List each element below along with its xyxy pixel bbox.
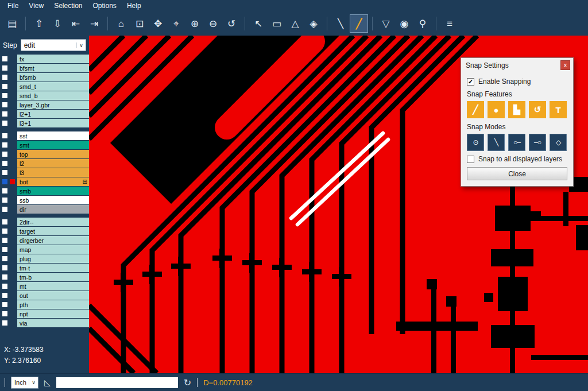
- report-list-icon[interactable]: ≡: [441, 15, 458, 32]
- line-tool-icon[interactable]: ╲: [332, 15, 349, 32]
- layer-label[interactable]: sst: [17, 131, 89, 140]
- import-down-icon[interactable]: ⇩: [49, 15, 66, 32]
- layer-visibility-checkbox[interactable]: [2, 247, 7, 252]
- layer-label[interactable]: out: [17, 291, 89, 300]
- select-pointer-icon[interactable]: ↖: [250, 15, 267, 32]
- snap-arc-button[interactable]: ↺: [529, 101, 546, 118]
- menu-selection[interactable]: Selection: [49, 1, 87, 11]
- layer-label[interactable]: ssb: [17, 196, 89, 204]
- snap-end-right-button[interactable]: –○: [529, 134, 546, 151]
- layer-visibility-checkbox[interactable]: [2, 311, 7, 316]
- menu-file[interactable]: File: [2, 1, 24, 11]
- layer-visibility-checkbox[interactable]: [2, 133, 7, 138]
- snap-dialog-titlebar[interactable]: Snap Settings x: [461, 58, 573, 72]
- layer-label[interactable]: smd_b: [17, 91, 89, 100]
- layer-row-l3[interactable]: l3: [0, 168, 89, 177]
- layer-row-smd_t[interactable]: smd_t: [0, 82, 89, 91]
- layer-label[interactable]: smd_t: [17, 82, 89, 91]
- chevron-down-icon[interactable]: ∨: [29, 380, 38, 385]
- layer-visibility-checkbox[interactable]: [2, 161, 7, 166]
- close-icon[interactable]: x: [560, 60, 570, 70]
- zoom-window-icon[interactable]: ⊡: [131, 15, 148, 32]
- layer-row-out[interactable]: out: [0, 291, 89, 300]
- layer-visibility-checkbox[interactable]: [2, 111, 7, 117]
- export-right-icon[interactable]: ⇥: [86, 15, 103, 32]
- snap-end-left-button[interactable]: ○–: [508, 134, 525, 151]
- layer-label[interactable]: 2dir--: [17, 218, 89, 226]
- snap-vertex-button[interactable]: ◇: [550, 134, 567, 151]
- layer-row-fx[interactable]: fx: [0, 55, 89, 63]
- snap-surface-button[interactable]: ▙: [508, 101, 525, 118]
- enable-snapping-row[interactable]: ✓ Enable Snapping: [467, 78, 567, 86]
- layer-label[interactable]: dir: [17, 205, 89, 214]
- layer-visibility-checkbox[interactable]: [2, 198, 7, 203]
- unit-select[interactable]: Inch ∨: [11, 377, 38, 389]
- display-options-icon[interactable]: ◉: [396, 15, 413, 32]
- layer-row-layer_3.gbr[interactable]: layer_3.gbr: [0, 100, 89, 109]
- pan-hand-icon[interactable]: ✥: [149, 15, 167, 32]
- chevron-down-icon[interactable]: ∨: [76, 42, 86, 48]
- snap-pad-button[interactable]: ●: [488, 101, 505, 118]
- layer-row-l2+1[interactable]: l2+1: [0, 110, 89, 118]
- snap-center-button[interactable]: ⊙: [467, 134, 484, 151]
- layer-label[interactable]: bot⊞: [17, 177, 89, 186]
- layer-row-bfsmb[interactable]: bfsmb: [0, 73, 89, 82]
- snap-text-button[interactable]: T: [550, 101, 567, 118]
- layer-row-tm-b[interactable]: tm-b: [0, 273, 89, 281]
- layer-visibility-checkbox[interactable]: [2, 284, 7, 289]
- layer-label[interactable]: bfsmt: [17, 64, 89, 72]
- measure-ruler-icon[interactable]: ╱: [350, 15, 368, 32]
- layer-label[interactable]: map: [17, 245, 89, 254]
- layer-visibility-checkbox[interactable]: [2, 102, 7, 107]
- zoom-selection-icon[interactable]: ⌖: [168, 15, 185, 32]
- layer-label[interactable]: l2: [17, 159, 89, 168]
- layer-label[interactable]: l3: [17, 168, 89, 177]
- layer-row-pth[interactable]: pth: [0, 300, 89, 309]
- refresh-icon[interactable]: ↻: [184, 377, 191, 388]
- layer-visibility-checkbox[interactable]: [2, 170, 7, 175]
- snap-line-button[interactable]: ╱: [467, 101, 484, 118]
- step-select[interactable]: edit ∨: [21, 39, 86, 51]
- layer-label[interactable]: bfsmb: [17, 73, 89, 82]
- layer-label[interactable]: layer_3.gbr: [17, 100, 89, 109]
- layer-row-target[interactable]: target: [0, 227, 89, 235]
- layer-row-dirgerber[interactable]: dirgerber: [0, 236, 89, 245]
- layer-label[interactable]: tm-b: [17, 273, 89, 281]
- layer-visibility-checkbox[interactable]: [2, 219, 7, 224]
- layer-row-smb[interactable]: smb: [0, 187, 89, 195]
- layer-visibility-checkbox[interactable]: [2, 93, 7, 98]
- layer-row-bfsmt[interactable]: bfsmt: [0, 64, 89, 72]
- layer-label[interactable]: top: [17, 150, 89, 158]
- layer-label[interactable]: tm-t: [17, 264, 89, 272]
- open-folder-icon[interactable]: ▤: [3, 15, 21, 32]
- select-polygon-icon[interactable]: △: [287, 15, 304, 32]
- import-left-icon[interactable]: ⇤: [67, 15, 84, 32]
- zoom-previous-icon[interactable]: ↺: [223, 15, 240, 32]
- layer-visibility-checkbox[interactable]: [2, 121, 7, 126]
- snap-all-layers-checkbox[interactable]: [467, 156, 474, 163]
- close-button[interactable]: Close: [467, 167, 567, 180]
- layer-row-bot[interactable]: bot⊞: [0, 177, 89, 186]
- layer-visibility-checkbox[interactable]: [2, 84, 7, 89]
- layer-label[interactable]: fx: [17, 55, 89, 63]
- layer-row-smt[interactable]: smt: [0, 141, 89, 149]
- layer-row-plug[interactable]: plug: [0, 254, 89, 263]
- layer-visibility-checkbox[interactable]: [2, 238, 7, 243]
- layer-visibility-checkbox[interactable]: [2, 293, 7, 298]
- layer-label[interactable]: npt: [17, 309, 89, 318]
- layer-row-npt[interactable]: npt: [0, 309, 89, 318]
- select-rectangle-icon[interactable]: ▭: [268, 15, 285, 32]
- layer-visibility-checkbox[interactable]: [2, 142, 7, 148]
- layer-label[interactable]: l2+1: [17, 110, 89, 118]
- layer-visibility-checkbox[interactable]: [2, 207, 7, 212]
- layer-row-via[interactable]: via: [0, 319, 89, 327]
- home-view-icon[interactable]: ⌂: [113, 15, 130, 32]
- layer-row-2dir--[interactable]: 2dir--: [0, 218, 89, 226]
- layer-row-smd_b[interactable]: smd_b: [0, 91, 89, 100]
- layer-visibility-checkbox[interactable]: [2, 229, 7, 234]
- layer-visibility-checkbox[interactable]: [2, 179, 7, 184]
- layer-visibility-checkbox[interactable]: [2, 152, 7, 157]
- export-up-icon[interactable]: ⇧: [30, 15, 48, 32]
- layer-visibility-checkbox[interactable]: [2, 188, 7, 193]
- layer-visibility-checkbox[interactable]: [2, 265, 7, 270]
